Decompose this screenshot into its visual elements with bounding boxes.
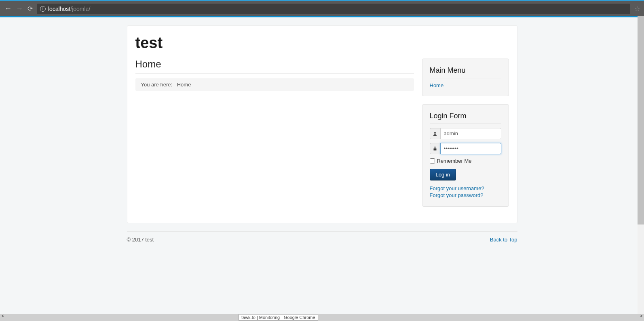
login-form-title: Login Form [430,112,501,124]
breadcrumb-current: Home [177,82,191,88]
url-path: /joomla/ [70,6,90,12]
page-heading: Home [135,59,414,73]
vertical-scrollbar[interactable] [638,16,644,255]
svg-rect-1 [434,148,437,150]
reload-button[interactable]: ⟳ [27,5,33,13]
copyright: © 2017 test [127,237,154,243]
forgot-password-link[interactable]: Forgot your password? [430,192,484,198]
remember-me-row[interactable]: Remember Me [430,158,501,164]
password-input[interactable] [440,143,501,154]
user-icon [430,128,440,139]
password-group [430,143,501,154]
login-form-module: Login Form Remember Me [422,104,509,207]
footer: © 2017 test Back to Top [127,237,517,243]
lock-icon [430,143,440,154]
sidebar: Main Menu Home Login Form [422,59,509,215]
url-host: localhost [48,6,70,12]
forgot-username-link[interactable]: Forgot your username? [430,185,484,191]
footer-divider [127,231,517,232]
scrollbar-thumb[interactable] [638,16,644,224]
username-input[interactable] [440,128,501,139]
breadcrumb-label: You are here: [141,82,173,88]
breadcrumb: You are here: Home [135,78,414,91]
main-menu-home-link[interactable]: Home [430,82,444,88]
main-content: Home You are here: Home [135,59,414,215]
browser-toolbar: ← → ⟳ i localhost/joomla/ ☆ [0,0,644,16]
address-bar[interactable]: i localhost/joomla/ [37,4,630,14]
content-row: Home You are here: Home Main Menu Home L… [135,59,509,215]
back-button[interactable]: ← [4,4,12,13]
remember-me-label: Remember Me [437,158,472,164]
bookmark-star-icon[interactable]: ☆ [634,5,640,13]
back-to-top-link[interactable]: Back to Top [490,237,517,243]
nav-arrows: ← → [4,4,23,13]
svg-point-0 [434,132,436,134]
main-menu-list: Home [430,82,501,88]
page-accent [0,16,644,17]
page-container: test Home You are here: Home Main Menu H… [127,25,517,223]
info-icon: i [40,6,46,12]
username-group [430,128,501,139]
forward-button[interactable]: → [15,4,23,13]
login-button[interactable]: Log in [430,169,456,180]
main-menu-module: Main Menu Home [422,59,509,96]
main-menu-title: Main Menu [430,66,501,78]
remember-me-checkbox[interactable] [430,158,435,164]
forgot-links: Forgot your username? Forgot your passwo… [430,185,501,198]
site-title: test [135,34,509,52]
